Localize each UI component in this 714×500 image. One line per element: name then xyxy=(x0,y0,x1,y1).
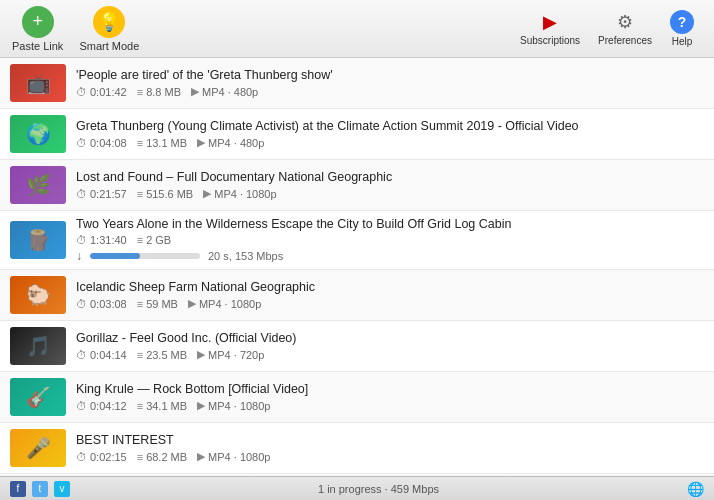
item-thumbnail: 📺 xyxy=(10,64,66,102)
statusbar-social-icons: f t v xyxy=(10,481,70,497)
download-list: 📺'People are tired' of the 'Greta Thunbe… xyxy=(0,58,714,476)
item-size: ≡515.6 MB xyxy=(137,188,194,200)
item-meta: ⏱0:03:08≡59 MB▶MP4 · 1080p xyxy=(76,297,704,310)
item-thumbnail: 🌿 xyxy=(10,166,66,204)
item-duration: ⏱0:21:57 xyxy=(76,188,127,200)
item-thumbnail: 🎸 xyxy=(10,378,66,416)
help-icon: ? xyxy=(670,10,694,34)
item-title: Gorillaz - Feel Good Inc. (Official Vide… xyxy=(76,331,704,345)
item-format: ▶MP4 · 480p xyxy=(191,85,258,98)
vimeo-icon[interactable]: v xyxy=(54,481,70,497)
item-format: ▶MP4 · 480p xyxy=(197,136,264,149)
statusbar-progress: 1 in progress · 459 Mbps xyxy=(70,483,687,495)
item-thumbnail: 🎵 xyxy=(10,327,66,365)
item-format: ▶MP4 · 1080p xyxy=(197,399,270,412)
item-size: ≡68.2 MB xyxy=(137,451,187,463)
item-meta: ⏱0:02:15≡68.2 MB▶MP4 · 1080p xyxy=(76,450,704,463)
paste-link-icon: + xyxy=(22,6,54,38)
item-meta: ⏱0:01:42≡8.8 MB▶MP4 · 480p xyxy=(76,85,704,98)
paste-link-label: Paste Link xyxy=(12,40,63,52)
list-item[interactable]: 🌿Lost and Found – Full Documentary Natio… xyxy=(0,160,714,211)
item-info: Greta Thunberg (Young Climate Activist) … xyxy=(76,119,704,149)
item-duration: ⏱0:04:14 xyxy=(76,349,127,361)
globe-icon[interactable]: 🌐 xyxy=(687,481,704,497)
item-progress-row: ↓20 s, 153 Mbps xyxy=(76,249,704,263)
item-info: King Krule — Rock Bottom [Official Video… xyxy=(76,382,704,412)
preferences-label: Preferences xyxy=(598,35,652,46)
item-title: Icelandic Sheep Farm National Geographic xyxy=(76,280,704,294)
item-info: Icelandic Sheep Farm National Geographic… xyxy=(76,280,704,310)
item-title: Two Years Alone in the Wilderness Escape… xyxy=(76,217,704,231)
item-title: King Krule — Rock Bottom [Official Video… xyxy=(76,382,704,396)
item-thumbnail: 🐑 xyxy=(10,276,66,314)
item-format: ▶MP4 · 1080p xyxy=(188,297,261,310)
subscriptions-icon: ▶ xyxy=(536,11,564,33)
item-info: Gorillaz - Feel Good Inc. (Official Vide… xyxy=(76,331,704,361)
help-button[interactable]: ? Help xyxy=(662,6,702,51)
list-item[interactable]: 🪵Two Years Alone in the Wilderness Escap… xyxy=(0,211,714,270)
list-item[interactable]: 🎵Gorillaz - Feel Good Inc. (Official Vid… xyxy=(0,321,714,372)
smart-mode-button[interactable]: 💡 Smart Mode xyxy=(79,6,139,52)
list-item[interactable]: 🌍Greta Thunberg (Young Climate Activist)… xyxy=(0,109,714,160)
preferences-button[interactable]: ⚙ Preferences xyxy=(590,7,660,50)
item-title: Lost and Found – Full Documentary Nation… xyxy=(76,170,704,184)
item-format: ▶MP4 · 1080p xyxy=(203,187,276,200)
item-info: BEST INTEREST⏱0:02:15≡68.2 MB▶MP4 · 1080… xyxy=(76,433,704,463)
item-thumbnail: 🪵 xyxy=(10,221,66,259)
item-meta: ⏱0:21:57≡515.6 MB▶MP4 · 1080p xyxy=(76,187,704,200)
item-thumbnail: 🌍 xyxy=(10,115,66,153)
help-label: Help xyxy=(672,36,693,47)
download-icon: ↓ xyxy=(76,249,82,263)
subscriptions-label: Subscriptions xyxy=(520,35,580,46)
item-title: 'People are tired' of the 'Greta Thunber… xyxy=(76,68,704,82)
item-meta: ⏱0:04:14≡23.5 MB▶MP4 · 720p xyxy=(76,348,704,361)
paste-link-button[interactable]: + Paste Link xyxy=(12,6,63,52)
item-title: Greta Thunberg (Young Climate Activist) … xyxy=(76,119,704,133)
subscriptions-button[interactable]: ▶ Subscriptions xyxy=(512,7,588,50)
item-title: BEST INTEREST xyxy=(76,433,704,447)
item-duration: ⏱0:01:42 xyxy=(76,86,127,98)
item-format: ▶MP4 · 1080p xyxy=(197,450,270,463)
item-info: 'People are tired' of the 'Greta Thunber… xyxy=(76,68,704,98)
item-size: ≡2 GB xyxy=(137,234,172,246)
item-meta: ⏱0:04:08≡13.1 MB▶MP4 · 480p xyxy=(76,136,704,149)
item-duration: ⏱0:04:08 xyxy=(76,137,127,149)
statusbar: f t v 1 in progress · 459 Mbps 🌐 xyxy=(0,476,714,500)
item-meta: ⏱1:31:40≡2 GB xyxy=(76,234,704,246)
progress-bar xyxy=(90,253,200,259)
item-speed: 20 s, 153 Mbps xyxy=(208,250,283,262)
item-format: ▶MP4 · 720p xyxy=(197,348,264,361)
item-size: ≡34.1 MB xyxy=(137,400,187,412)
smart-mode-label: Smart Mode xyxy=(79,40,139,52)
list-item[interactable]: 🐑Icelandic Sheep Farm National Geographi… xyxy=(0,270,714,321)
smart-mode-icon: 💡 xyxy=(93,6,125,38)
item-info: Lost and Found – Full Documentary Nation… xyxy=(76,170,704,200)
item-size: ≡13.1 MB xyxy=(137,137,187,149)
list-item[interactable]: 🎤BEST INTEREST⏱0:02:15≡68.2 MB▶MP4 · 108… xyxy=(0,423,714,474)
facebook-icon[interactable]: f xyxy=(10,481,26,497)
item-thumbnail: 🎤 xyxy=(10,429,66,467)
item-duration: ⏱0:02:15 xyxy=(76,451,127,463)
item-duration: ⏱0:03:08 xyxy=(76,298,127,310)
item-duration: ⏱0:04:12 xyxy=(76,400,127,412)
item-info: Two Years Alone in the Wilderness Escape… xyxy=(76,217,704,263)
preferences-icon: ⚙ xyxy=(611,11,639,33)
toolbar: + Paste Link 💡 Smart Mode ▶ Subscription… xyxy=(0,0,714,58)
item-size: ≡23.5 MB xyxy=(137,349,187,361)
item-size: ≡8.8 MB xyxy=(137,86,181,98)
item-size: ≡59 MB xyxy=(137,298,178,310)
item-meta: ⏱0:04:12≡34.1 MB▶MP4 · 1080p xyxy=(76,399,704,412)
list-item[interactable]: 🎸King Krule — Rock Bottom [Official Vide… xyxy=(0,372,714,423)
toolbar-right: ▶ Subscriptions ⚙ Preferences ? Help xyxy=(512,6,702,51)
twitter-icon[interactable]: t xyxy=(32,481,48,497)
item-duration: ⏱1:31:40 xyxy=(76,234,127,246)
list-item[interactable]: 📺'People are tired' of the 'Greta Thunbe… xyxy=(0,58,714,109)
